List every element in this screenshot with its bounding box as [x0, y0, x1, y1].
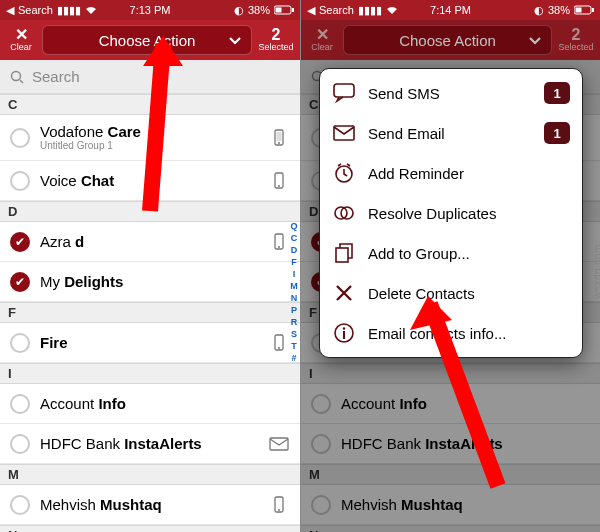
svg-rect-29: [336, 248, 348, 262]
badge: 1: [544, 122, 570, 144]
clear-button[interactable]: ✕ Clear: [307, 28, 337, 52]
battery-pct: 38%: [548, 4, 570, 16]
section-header: N: [0, 525, 300, 532]
checkbox-checked-icon[interactable]: ✔: [10, 272, 30, 292]
checkbox-empty-icon[interactable]: [10, 333, 30, 353]
svg-rect-21: [592, 8, 594, 12]
svg-point-9: [278, 185, 280, 187]
phone-icon: [268, 172, 290, 190]
phone-icon: [268, 129, 290, 147]
svg-rect-14: [270, 438, 288, 450]
chevron-down-icon: [227, 32, 243, 48]
battery-icon: [574, 5, 594, 15]
choose-action-button[interactable]: Choose Action: [343, 25, 552, 55]
contact-row[interactable]: Account Info: [0, 384, 300, 424]
annotation-arrow-right: [408, 296, 518, 496]
checkbox-empty-icon[interactable]: [10, 171, 30, 191]
status-time: 7:14 PM: [430, 4, 471, 16]
svg-marker-33: [143, 36, 183, 66]
phone-icon: [268, 334, 290, 352]
wifi-icon: [386, 5, 398, 15]
back-chevron-icon[interactable]: ◀: [307, 4, 315, 17]
checkbox-empty-icon[interactable]: [10, 434, 30, 454]
checkbox-empty-icon[interactable]: [10, 495, 30, 515]
selected-count: 2 Selected: [258, 28, 294, 52]
mail-icon: [332, 121, 356, 145]
svg-line-4: [20, 80, 23, 83]
watermark: wsxdn.com: [593, 244, 601, 299]
checkbox-empty-icon[interactable]: [10, 394, 30, 414]
search-icon: [10, 70, 24, 84]
contact-row[interactable]: HDFC Bank InstaAlerts: [0, 424, 300, 464]
status-bar: ◀ Search ▮▮▮▮ 7:13 PM ◐ 38%: [0, 0, 300, 20]
contact-name: My Delights: [40, 273, 290, 290]
wifi-icon: [85, 5, 97, 15]
svg-rect-24: [334, 84, 354, 97]
signal-icon: ▮▮▮▮: [57, 4, 81, 17]
batt-saver-icon: ◐: [234, 4, 244, 17]
clock-icon: [332, 161, 356, 185]
svg-rect-32: [343, 331, 345, 339]
phone-icon: [268, 496, 290, 514]
section-header: M: [0, 464, 300, 485]
status-back[interactable]: Search: [319, 4, 354, 16]
status-back[interactable]: Search: [18, 4, 53, 16]
back-chevron-icon[interactable]: ◀: [6, 4, 14, 17]
svg-rect-6: [277, 132, 282, 141]
svg-point-3: [12, 71, 21, 80]
chevron-down-icon: [527, 32, 543, 48]
duplicates-icon: [332, 201, 356, 225]
svg-rect-2: [292, 8, 294, 12]
checkbox-empty-icon[interactable]: [10, 128, 30, 148]
battery-pct: 38%: [248, 4, 270, 16]
selected-count: 2 Selected: [558, 28, 594, 52]
svg-rect-25: [334, 126, 354, 140]
batt-saver-icon: ◐: [534, 4, 544, 17]
annotation-arrow-left: [115, 36, 185, 216]
section-header: F: [0, 302, 300, 323]
badge: 1: [544, 82, 570, 104]
popup-resolve-duplicates[interactable]: Resolve Duplicates: [320, 193, 582, 233]
copy-icon: [332, 241, 356, 265]
contact-row[interactable]: ✔ Azra d: [0, 222, 300, 262]
contact-row[interactable]: Fire: [0, 323, 300, 363]
clear-button[interactable]: ✕ Clear: [6, 28, 36, 52]
svg-point-13: [278, 347, 280, 349]
section-header: I: [0, 363, 300, 384]
contact-name: Fire: [40, 334, 268, 351]
svg-point-16: [278, 509, 280, 511]
svg-rect-1: [276, 8, 282, 13]
delete-x-icon: [332, 281, 356, 305]
contact-name: Azra d: [40, 233, 268, 250]
svg-point-7: [278, 142, 280, 144]
contact-name: Mehvish Mushtaq: [40, 496, 268, 513]
contact-name: HDFC Bank InstaAlerts: [40, 435, 268, 452]
checkbox-checked-icon[interactable]: ✔: [10, 232, 30, 252]
sms-icon: [332, 81, 356, 105]
popup-add-to-group[interactable]: Add to Group...: [320, 233, 582, 273]
svg-point-11: [278, 246, 280, 248]
index-scrubber[interactable]: QCD FIM NPR ST#: [288, 220, 300, 364]
battery-icon: [274, 5, 294, 15]
popup-send-sms[interactable]: Send SMS 1: [320, 73, 582, 113]
popup-send-email[interactable]: Send Email 1: [320, 113, 582, 153]
popup-add-reminder[interactable]: Add Reminder: [320, 153, 582, 193]
close-icon: ✕: [15, 28, 28, 42]
info-icon: [332, 321, 356, 345]
svg-rect-20: [576, 8, 582, 13]
close-icon: ✕: [316, 28, 329, 42]
contact-row[interactable]: Mehvish Mushtaq: [0, 485, 300, 525]
status-bar: ◀ Search ▮▮▮▮ 7:14 PM ◐ 38%: [301, 0, 600, 20]
mail-icon: [268, 435, 290, 453]
phone-icon: [268, 233, 290, 251]
svg-point-31: [343, 327, 345, 329]
signal-icon: ▮▮▮▮: [358, 4, 382, 17]
contact-name: Account Info: [40, 395, 290, 412]
action-bar: ✕ Clear Choose Action 2 Selected: [301, 20, 600, 60]
contact-row[interactable]: ✔ My Delights: [0, 262, 300, 302]
status-time: 7:13 PM: [130, 4, 171, 16]
